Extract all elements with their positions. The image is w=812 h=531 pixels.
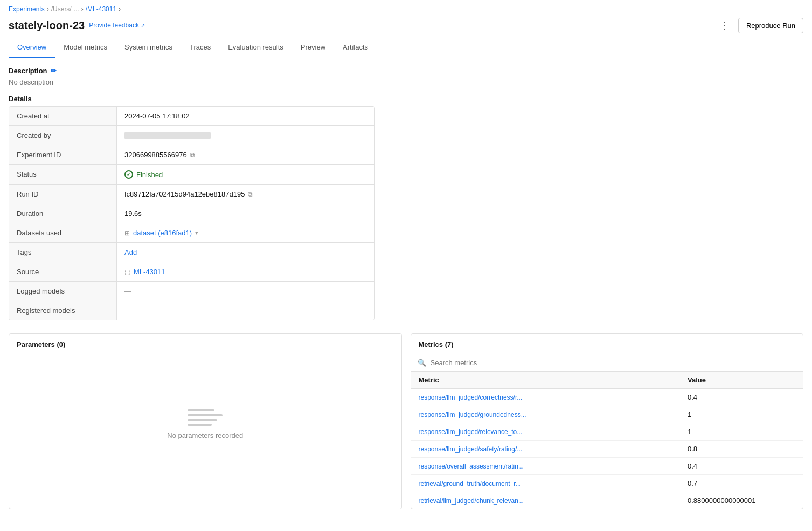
table-row: Registered models — <box>9 301 374 320</box>
edit-description-icon[interactable]: ✏ <box>51 67 57 75</box>
table-row: Run ID fc89712fa702415d94a12ebe8187d195 … <box>9 185 374 204</box>
parameters-title: Parameters (0) <box>9 334 401 354</box>
metric-name[interactable]: response/llm_judged/relevance_to... <box>419 428 688 436</box>
metrics-search-bar: 🔍 <box>411 354 803 372</box>
metrics-panel: Metrics (7) 🔍 Metric Value response/llm_… <box>411 333 804 509</box>
metric-value: 0.8 <box>688 445 795 453</box>
breadcrumb-run[interactable]: /ML-43011 <box>86 5 116 13</box>
title-row: stately-loon-23 Provide feedback <box>9 19 145 32</box>
breadcrumb: Experiments › /Users/ ... › /ML-43011 › <box>0 0 812 15</box>
status-check-icon <box>124 170 133 179</box>
description-section-title: Description ✏ <box>9 67 803 75</box>
status-text: Finished <box>136 171 163 179</box>
metric-name[interactable]: retrieval/ground_truth/document_r... <box>419 480 688 487</box>
dataset-icon: ⊞ <box>124 229 130 237</box>
detail-label-registered-models: Registered models <box>9 301 117 320</box>
table-row: Logged models — <box>9 282 374 301</box>
breadcrumb-sep3: › <box>81 5 84 13</box>
details-title: Details <box>9 95 803 103</box>
feedback-link[interactable]: Provide feedback <box>89 22 145 29</box>
page-header: stately-loon-23 Provide feedback ⋮ Repro… <box>0 15 812 38</box>
detail-label-duration: Duration <box>9 204 117 223</box>
table-row: retrieval/ground_truth/document_r... 0.7 <box>411 475 803 492</box>
list-icon <box>188 409 223 426</box>
metric-value: 1 <box>688 410 795 418</box>
redacted-value <box>124 132 211 139</box>
metric-name[interactable]: response/overall_assessment/ratin... <box>419 463 688 470</box>
detail-label-created-at: Created at <box>9 107 117 125</box>
status-finished: Finished <box>124 170 163 179</box>
detail-value-tags: Add <box>117 243 374 262</box>
breadcrumb-experiments[interactable]: Experiments <box>9 5 45 13</box>
detail-value-datasets: ⊞ dataset (e816fad1) ▾ <box>117 223 374 242</box>
breadcrumb-sep2: ... <box>74 5 79 13</box>
page-title: stately-loon-23 <box>9 19 85 32</box>
reproduce-run-button[interactable]: Reproduce Run <box>738 18 803 33</box>
metric-name[interactable]: retrieval/llm_judged/chunk_relevan... <box>419 497 688 505</box>
detail-label-status: Status <box>9 165 117 184</box>
tab-system-metrics[interactable]: System metrics <box>116 38 181 58</box>
detail-label-created-by: Created by <box>9 126 117 145</box>
dataset-link[interactable]: dataset (e816fad1) <box>133 229 192 237</box>
tab-evaluation-results[interactable]: Evaluation results <box>219 38 292 58</box>
detail-label-logged-models: Logged models <box>9 282 117 301</box>
metric-name[interactable]: response/llm_judged/groundedness... <box>419 411 688 418</box>
details-section: Details Created at 2024-07-05 17:18:02 C… <box>9 95 803 320</box>
detail-label-source: Source <box>9 262 117 281</box>
detail-label-tags: Tags <box>9 243 117 262</box>
metric-value: 0.7 <box>688 479 795 487</box>
metric-value: 1 <box>688 428 795 436</box>
description-label: Description <box>9 67 47 75</box>
tab-preview[interactable]: Preview <box>292 38 334 58</box>
tab-bar: Overview Model metrics System metrics Tr… <box>0 38 812 58</box>
dataset-chevron: ▾ <box>195 229 198 236</box>
tab-overview[interactable]: Overview <box>9 38 55 58</box>
parameters-empty: No parameters recorded <box>9 354 401 494</box>
metric-value: 0.4 <box>688 393 795 401</box>
table-row: Duration 19.6s <box>9 204 374 223</box>
detail-value-status: Finished <box>117 165 374 184</box>
metrics-search-input[interactable] <box>431 359 797 367</box>
table-row: response/llm_judged/correctness/r... 0.4 <box>411 389 803 406</box>
add-tag-link[interactable]: Add <box>124 248 137 256</box>
detail-label-datasets: Datasets used <box>9 223 117 242</box>
tab-model-metrics[interactable]: Model metrics <box>55 38 116 58</box>
detail-value-created-at: 2024-07-05 17:18:02 <box>117 107 374 125</box>
table-row: Status Finished <box>9 165 374 185</box>
metrics-title: Metrics (7) <box>411 334 803 354</box>
description-value: No description <box>9 78 803 86</box>
metrics-table-header: Metric Value <box>411 372 803 389</box>
breadcrumb-sep4: › <box>119 5 121 13</box>
detail-value-run-id: fc89712fa702415d94a12ebe8187d195 ⧉ <box>117 185 374 204</box>
source-link[interactable]: ML-43011 <box>134 268 165 276</box>
table-row: Source ⬚ ML-43011 <box>9 262 374 282</box>
more-button[interactable]: ⋮ <box>716 17 734 33</box>
detail-value-duration: 19.6s <box>117 204 374 223</box>
table-row: Datasets used ⊞ dataset (e816fad1) ▾ <box>9 223 374 243</box>
copy-experiment-id-icon[interactable]: ⧉ <box>190 151 195 159</box>
breadcrumb-sep1: › <box>47 5 49 13</box>
table-row: response/llm_judged/safety/rating/... 0.… <box>411 441 803 458</box>
metrics-rows: response/llm_judged/correctness/r... 0.4… <box>411 389 803 509</box>
table-row: Created by <box>9 126 374 145</box>
breadcrumb-users: /Users/ <box>51 5 72 13</box>
detail-value-registered-models: — <box>117 301 374 320</box>
search-icon: 🔍 <box>418 359 426 367</box>
metric-name[interactable]: response/llm_judged/correctness/r... <box>419 394 688 401</box>
bottom-section: Parameters (0) No parameters recorded Me… <box>9 333 803 509</box>
table-row: response/overall_assessment/ratin... 0.4 <box>411 458 803 475</box>
metric-name[interactable]: response/llm_judged/safety/rating/... <box>419 445 688 453</box>
metric-value: 0.4 <box>688 462 795 470</box>
list-line-3 <box>188 419 217 421</box>
list-line-2 <box>188 414 223 416</box>
content: Description ✏ No description Details Cre… <box>0 58 812 518</box>
detail-label-experiment-id: Experiment ID <box>9 145 117 164</box>
detail-value-created-by <box>117 126 374 145</box>
table-row: response/llm_judged/groundedness... 1 <box>411 406 803 423</box>
copy-run-id-icon[interactable]: ⧉ <box>248 191 253 198</box>
tab-traces[interactable]: Traces <box>181 38 219 58</box>
table-row: retrieval/llm_judged/chunk_relevan... 0.… <box>411 492 803 509</box>
tab-artifacts[interactable]: Artifacts <box>334 38 377 58</box>
metric-value: 0.8800000000000001 <box>688 497 795 505</box>
metrics-col-value: Value <box>688 376 795 384</box>
